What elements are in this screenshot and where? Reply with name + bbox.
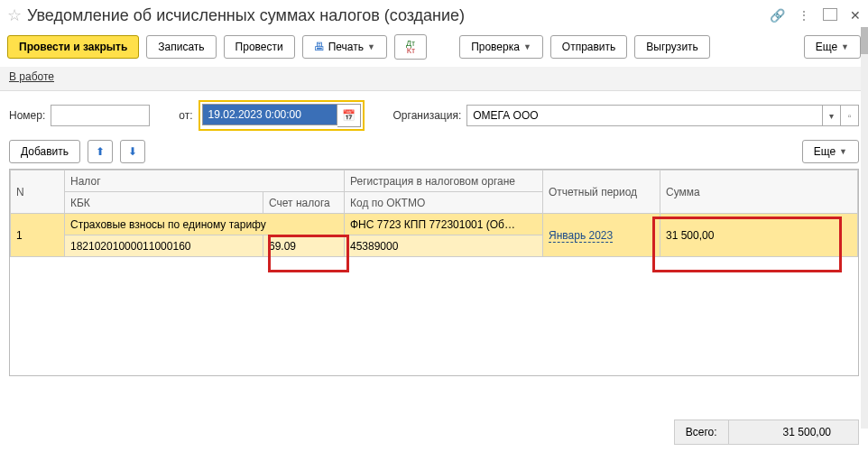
vertical-scrollbar[interactable]	[861, 27, 868, 429]
kebab-menu-icon[interactable]: ⋮	[798, 8, 810, 23]
cell-sum[interactable]: 31 500,00	[660, 214, 858, 257]
date-input[interactable]: 19.02.2023 0:00:00	[202, 104, 337, 125]
organization-input[interactable]: ОМЕГА ООО	[466, 105, 823, 126]
col-sum[interactable]: Сумма	[660, 171, 858, 214]
calendar-icon: 📅	[342, 109, 356, 122]
totals-value: 31 500,00	[729, 420, 858, 444]
table-row[interactable]: 1 Страховые взносы по единому тарифу ФНС…	[11, 214, 858, 235]
table-more-label: Еще	[814, 145, 836, 158]
print-button[interactable]: 🖶 Печать ▼	[302, 35, 387, 59]
close-icon[interactable]	[850, 8, 861, 23]
col-period[interactable]: Отчетный период	[543, 171, 660, 214]
add-row-button[interactable]: Добавить	[9, 140, 80, 163]
move-up-button[interactable]: ⬆	[88, 140, 113, 163]
cell-period[interactable]: Январь 2023	[543, 214, 660, 257]
window-title: Уведомление об исчисленных суммах налого…	[27, 6, 770, 25]
status-link[interactable]: В работе	[9, 70, 54, 83]
send-button[interactable]: Отправить	[550, 35, 628, 59]
arrow-down-icon: ⬇	[128, 145, 137, 158]
save-button[interactable]: Записать	[146, 35, 216, 59]
check-button[interactable]: Проверка ▼	[459, 35, 543, 59]
table-more-button[interactable]: Еще ▼	[802, 140, 859, 163]
cell-acc[interactable]: 69.09	[263, 235, 345, 257]
chevron-down-icon: ▼	[523, 42, 531, 51]
col-reg[interactable]: Регистрация в налоговом органе	[345, 171, 543, 192]
calendar-button[interactable]: 📅	[337, 104, 361, 127]
col-n[interactable]: N	[11, 171, 65, 214]
number-input[interactable]	[51, 105, 150, 126]
data-grid[interactable]: N Налог Регистрация в налоговом органе О…	[9, 169, 859, 376]
period-link[interactable]: Январь 2023	[549, 229, 613, 243]
export-button[interactable]: Выгрузить	[634, 35, 710, 59]
print-label: Печать	[328, 41, 364, 53]
totals-bar: Всего: 31 500,00	[674, 420, 859, 445]
scroll-thumb[interactable]	[861, 27, 868, 54]
maximize-icon[interactable]	[823, 8, 837, 23]
post-button[interactable]: Провести	[224, 35, 295, 59]
cell-tax[interactable]: Страховые взносы по единому тарифу	[65, 214, 345, 235]
col-kbk[interactable]: КБК	[65, 192, 263, 214]
cell-reg[interactable]: ФНС 7723 КПП 772301001 (Об…	[345, 214, 543, 235]
post-and-close-button[interactable]: Провести и закрыть	[7, 35, 139, 59]
favorite-star-icon[interactable]: ☆	[7, 5, 22, 25]
more-button[interactable]: Еще ▼	[804, 35, 861, 59]
cell-n[interactable]: 1	[11, 214, 65, 257]
more-label: Еще	[816, 41, 837, 53]
dtkt-button[interactable]: ДтКт	[394, 34, 427, 60]
org-label: Организация:	[393, 109, 462, 122]
from-label: от:	[179, 109, 192, 122]
arrow-up-icon: ⬆	[96, 145, 105, 158]
attach-icon[interactable]: 🔗	[770, 8, 785, 23]
chevron-down-icon: ▼	[367, 42, 375, 51]
org-dropdown-button[interactable]: ▾	[823, 105, 841, 126]
check-label: Проверка	[471, 41, 520, 53]
chevron-down-icon: ▼	[839, 147, 847, 156]
cell-oktmo[interactable]: 45389000	[345, 235, 543, 257]
col-tax[interactable]: Налог	[65, 171, 345, 192]
org-open-button[interactable]: ▫	[841, 105, 859, 126]
totals-label: Всего:	[675, 420, 729, 444]
number-label: Номер:	[9, 109, 45, 122]
chevron-down-icon: ▼	[841, 42, 849, 51]
col-oktmo[interactable]: Код по ОКТМО	[345, 192, 543, 214]
cell-kbk[interactable]: 18210201000011000160	[65, 235, 263, 257]
col-acc[interactable]: Счет налога	[263, 192, 345, 214]
move-down-button[interactable]: ⬇	[120, 140, 145, 163]
dtkt-icon: ДтКт	[406, 40, 415, 54]
printer-icon: 🖶	[314, 41, 325, 53]
